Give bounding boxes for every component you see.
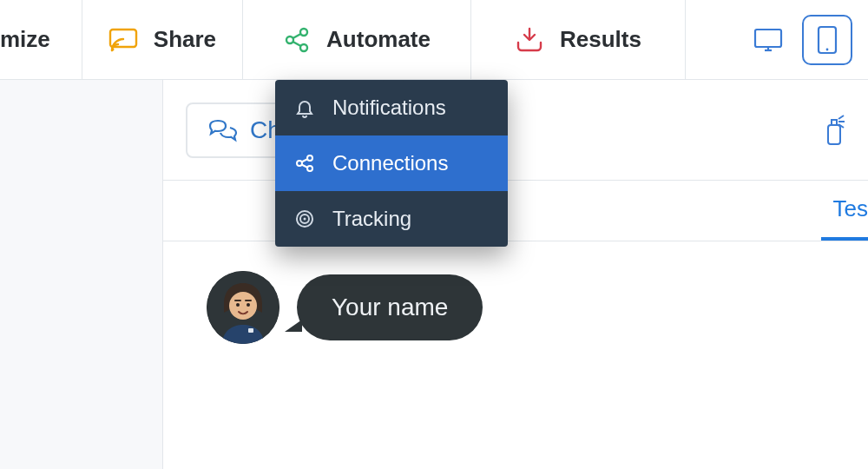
tab-share[interactable]: Share bbox=[82, 0, 243, 79]
dropdown-item-tracking[interactable]: Tracking bbox=[275, 191, 508, 247]
tab-automate-label: Automate bbox=[326, 26, 431, 53]
bell-icon bbox=[294, 97, 315, 118]
svg-point-19 bbox=[304, 218, 306, 221]
dropdown-item-label: Notifications bbox=[332, 96, 446, 120]
svg-rect-7 bbox=[755, 30, 781, 47]
svg-rect-30 bbox=[245, 300, 252, 301]
svg-rect-31 bbox=[248, 328, 253, 333]
svg-point-14 bbox=[307, 166, 312, 171]
svg-point-2 bbox=[286, 36, 293, 43]
dropdown-item-connections[interactable]: Connections bbox=[275, 135, 508, 191]
download-tray-icon bbox=[515, 27, 544, 53]
tab-results[interactable]: Results bbox=[471, 0, 686, 79]
svg-rect-20 bbox=[828, 125, 840, 144]
theme-spray-button[interactable] bbox=[821, 113, 847, 148]
desktop-view-button[interactable] bbox=[743, 15, 793, 65]
chat-bubble: Your name bbox=[297, 274, 483, 340]
svg-line-6 bbox=[293, 42, 301, 46]
avatar bbox=[207, 271, 279, 344]
chat-bubble-text: Your name bbox=[332, 294, 448, 320]
dropdown-item-label: Connections bbox=[332, 151, 448, 175]
share-nodes-icon bbox=[283, 26, 311, 54]
svg-point-4 bbox=[300, 44, 307, 51]
radar-icon bbox=[294, 208, 315, 229]
automate-dropdown: Notifications Connections Tracking bbox=[275, 80, 508, 247]
tab-automate[interactable]: Automate bbox=[243, 0, 471, 79]
tab-results-label: Results bbox=[560, 26, 641, 53]
svg-line-16 bbox=[302, 165, 308, 168]
svg-line-5 bbox=[293, 34, 301, 38]
cast-icon bbox=[108, 28, 138, 52]
desktop-icon bbox=[753, 27, 784, 53]
svg-point-3 bbox=[300, 29, 307, 36]
dropdown-item-label: Tracking bbox=[332, 207, 411, 231]
tab-test[interactable]: Tes bbox=[821, 181, 868, 241]
tab-share-label: Share bbox=[154, 26, 216, 53]
svg-point-27 bbox=[236, 303, 240, 307]
svg-point-13 bbox=[307, 155, 312, 161]
svg-point-11 bbox=[826, 48, 829, 50]
chat-bubble-row: Your name bbox=[207, 271, 483, 344]
svg-rect-29 bbox=[234, 300, 241, 301]
main-panel: Chat Tes bbox=[163, 80, 868, 469]
tab-customize-label: mize bbox=[0, 26, 50, 53]
dropdown-item-notifications[interactable]: Notifications bbox=[275, 80, 508, 135]
svg-line-22 bbox=[838, 116, 844, 119]
svg-rect-21 bbox=[832, 120, 837, 125]
topbar: mize Share Automate bbox=[0, 0, 868, 80]
connections-icon bbox=[294, 153, 315, 174]
device-toggle-group bbox=[727, 0, 868, 79]
tablet-view-button[interactable] bbox=[802, 15, 852, 65]
left-sidebar bbox=[0, 80, 163, 469]
svg-point-1 bbox=[111, 48, 114, 50]
tab-row: Tes bbox=[163, 181, 868, 241]
svg-line-15 bbox=[302, 159, 308, 162]
svg-point-12 bbox=[297, 161, 302, 166]
tab-test-label: Tes bbox=[833, 195, 868, 222]
svg-point-26 bbox=[229, 292, 257, 320]
chat-bubbles-icon bbox=[207, 117, 238, 143]
toolrow: Chat bbox=[163, 80, 868, 181]
tablet-icon bbox=[816, 25, 838, 55]
svg-point-28 bbox=[247, 303, 250, 307]
tab-customize[interactable]: mize bbox=[0, 0, 82, 79]
